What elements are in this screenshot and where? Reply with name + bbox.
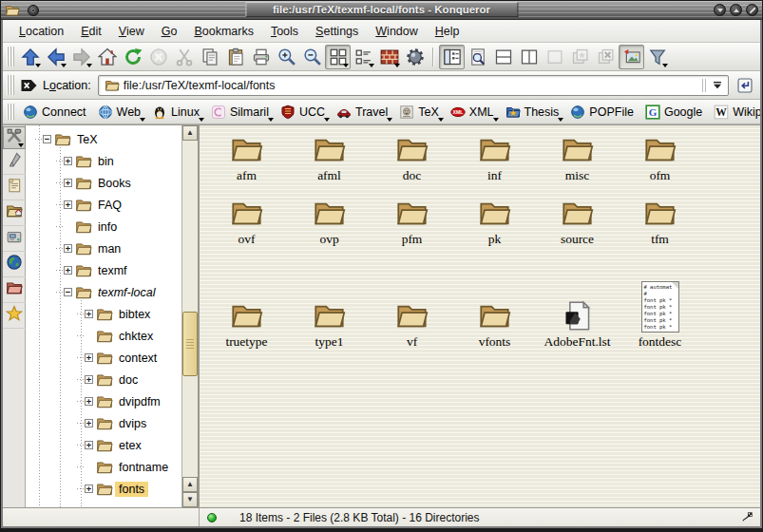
file-label[interactable]: truetype (225, 334, 267, 350)
menu-settings[interactable]: Settings (307, 22, 367, 41)
file-label[interactable]: type1 (315, 334, 344, 350)
tree-label[interactable]: texmf-local (94, 285, 159, 300)
find-file-button[interactable] (465, 45, 490, 69)
menu-view[interactable]: View (110, 22, 153, 41)
file-label[interactable]: misc (565, 168, 590, 183)
tree-expander-plus[interactable]: + (64, 244, 72, 253)
menu-go[interactable]: Go (153, 22, 186, 41)
tree-item-etex[interactable]: + etex (26, 434, 181, 456)
paste-button[interactable] (222, 45, 248, 69)
shade-button[interactable] (714, 4, 726, 16)
tree-item-dvips[interactable]: + dvips (26, 412, 181, 434)
tree-label[interactable]: TeX (73, 132, 102, 147)
file-label[interactable]: inf (487, 168, 502, 183)
file-item-misc[interactable]: misc (536, 133, 619, 183)
bookmark-tex[interactable]: TeX (393, 102, 445, 123)
up-button[interactable] (17, 45, 43, 69)
print-button[interactable] (248, 45, 274, 69)
file-item-truetype[interactable]: truetype (205, 281, 288, 350)
show-navigation-panel-button[interactable] (439, 45, 465, 69)
file-label[interactable]: doc (403, 168, 422, 183)
split-view-top-bottom-button[interactable] (490, 45, 516, 69)
file-item-pk[interactable]: pk (453, 197, 536, 247)
back-button[interactable] (43, 45, 68, 69)
filter-button[interactable] (644, 45, 670, 69)
tree-expander-plus[interactable]: + (85, 484, 93, 493)
file-label[interactable]: afm (237, 168, 257, 183)
file-item-type1[interactable]: type1 (288, 281, 371, 350)
scroll-up-button-bottom[interactable]: ▲ (182, 477, 198, 492)
file-item-doc[interactable]: doc (371, 133, 453, 183)
file-label[interactable]: AdobeFnt.lst (544, 334, 610, 350)
tree-item-faq[interactable]: + FAQ (26, 194, 181, 216)
tree-label[interactable]: doc (115, 372, 142, 388)
file-label[interactable]: ofm (650, 168, 671, 183)
detailed-list-view-button[interactable] (351, 45, 376, 69)
tree-item-info[interactable]: info (26, 216, 181, 238)
file-item-pfm[interactable]: pfm (371, 197, 453, 247)
file-item-afm[interactable]: afm (205, 133, 288, 183)
preview-images-button[interactable] (619, 45, 644, 69)
tree-expander-plus[interactable]: + (85, 353, 93, 362)
icon-view-panel[interactable]: afm afml doc inf misc ofm ovf ovp pfm pk… (200, 125, 760, 507)
tree-expander-minus[interactable]: − (43, 135, 51, 143)
bookmark-wikipedia[interactable]: WWikipedia (708, 102, 762, 123)
location-combobox[interactable]: file:/usr/TeX/texmf-local/fonts (98, 75, 729, 96)
tree-item-chktex[interactable]: chktex (26, 325, 181, 347)
bookmark-google[interactable]: GGoogle (639, 102, 708, 123)
file-item-ovp[interactable]: ovp (288, 197, 371, 247)
sidebar-tab-services[interactable] (3, 226, 26, 252)
tree-label[interactable]: bibtex (115, 307, 154, 322)
tree-expander-plus[interactable]: + (64, 266, 72, 275)
bookmark-web[interactable]: Web (92, 102, 146, 123)
tree-item-man[interactable]: + man (26, 238, 181, 259)
sidebar-tab-network[interactable] (3, 252, 26, 277)
go-button[interactable] (733, 73, 757, 98)
file-label[interactable]: afml (317, 168, 341, 183)
bookmark-travel[interactable]: Travel (331, 102, 393, 123)
icon-view-button[interactable] (325, 45, 351, 69)
tree-item-doc[interactable]: + doc (26, 369, 181, 390)
sidebar-tab-home-directory[interactable] (3, 200, 26, 226)
tree-label[interactable]: context (115, 351, 161, 366)
file-item-tfm[interactable]: tfm (619, 197, 701, 247)
file-label[interactable]: ovp (319, 232, 338, 247)
tree-label[interactable]: texmf (94, 263, 131, 278)
tree-expander-plus[interactable]: + (85, 310, 93, 318)
copy-button[interactable] (197, 45, 222, 69)
sticky-button[interactable] (28, 5, 39, 16)
toolbar-handle[interactable] (7, 47, 14, 66)
file-item-adobefnt-lst[interactable]: AdobeFnt.lst (536, 281, 619, 350)
file-item-ofm[interactable]: ofm (619, 133, 701, 183)
location-input[interactable]: file:/usr/TeX/texmf-local/fonts (124, 79, 701, 92)
tree-expander-minus[interactable]: − (64, 288, 72, 296)
tree-expander-plus[interactable]: + (85, 397, 93, 406)
tree-item-bin[interactable]: + bin (26, 150, 181, 172)
menu-bookmarks[interactable]: Bookmarks (185, 22, 262, 41)
maximize-button[interactable] (730, 4, 742, 16)
tree-expander-plus[interactable]: + (64, 157, 72, 165)
embedded-viewer-button[interactable] (402, 45, 428, 69)
tree-label[interactable]: Books (94, 176, 135, 191)
tree-label[interactable]: etex (115, 438, 145, 453)
tree-expander-plus[interactable]: + (85, 419, 93, 428)
tree-label[interactable]: FAQ (94, 198, 125, 213)
split-view-left-right-button[interactable] (516, 45, 542, 69)
tree-item-tex[interactable]: − TeX (26, 128, 181, 150)
tree-label[interactable]: dvips (115, 416, 150, 431)
menu-window[interactable]: Window (367, 22, 426, 41)
bookmark-ucc[interactable]: UCC (275, 102, 331, 123)
bookmark-linux[interactable]: Linux (146, 102, 205, 123)
tree-label[interactable]: chktex (115, 329, 157, 344)
scroll-up-button[interactable]: ▲ (182, 125, 198, 141)
tree-expander-plus[interactable]: + (85, 375, 93, 384)
sidebar-tab-history[interactable] (3, 175, 26, 200)
file-label[interactable]: source (561, 232, 594, 247)
zoom-out-button[interactable] (299, 45, 325, 69)
menu-tools[interactable]: Tools (262, 22, 307, 41)
tree-item-fontname[interactable]: fontname (26, 456, 181, 478)
menu-location[interactable]: Location (10, 22, 72, 41)
tree-label[interactable]: fontname (115, 460, 172, 475)
file-label[interactable]: fontdesc (639, 334, 682, 350)
tree-label[interactable]: man (94, 241, 124, 256)
